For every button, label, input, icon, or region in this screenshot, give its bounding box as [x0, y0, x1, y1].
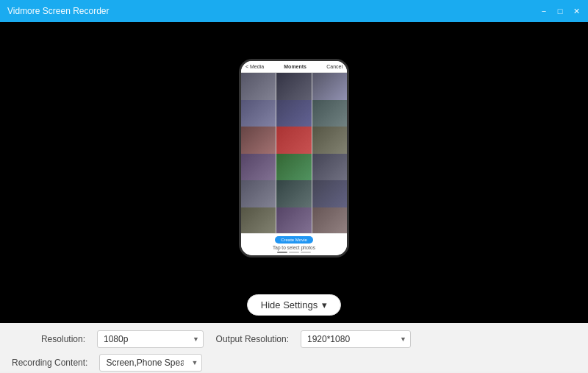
output-resolution-label: Output Resolution:: [215, 334, 289, 344]
phone-mockup: < Media Moments Cancel 1:1 1s 1s 1s 37s …: [239, 59, 349, 257]
recording-content-label: Recording Content:: [12, 358, 87, 368]
resolution-row: Resolution: 1080p 720p 1440p 4K Output R…: [12, 330, 576, 348]
hide-settings-label: Hide Settings: [261, 299, 318, 310]
titlebar: Vidmore Screen Recorder − □ ✕: [0, 0, 588, 22]
list-item[interactable]: [241, 207, 276, 234]
recording-area: < Media Moments Cancel 1:1 1s 1s 1s 37s …: [0, 22, 588, 294]
close-button[interactable]: ✕: [570, 5, 582, 17]
phone-sub-label: Tap to select photos: [273, 245, 315, 250]
minimize-button[interactable]: −: [538, 5, 550, 17]
photo-grid: 1:1 1s 1s 1s 37s gpn1s 30s: [241, 73, 347, 233]
indicator-dot: [301, 252, 311, 253]
phone-header: < Media Moments Cancel: [241, 61, 347, 73]
recording-content-row: Recording Content: Screen,Phone Speaker …: [12, 354, 576, 372]
phone-back-button[interactable]: < Media: [245, 64, 264, 69]
list-item[interactable]: [312, 207, 347, 234]
phone-cancel-button[interactable]: Cancel: [326, 64, 343, 69]
phone-moments-tab[interactable]: Moments: [284, 64, 306, 69]
phone-indicator: [245, 252, 343, 253]
resolution-select-wrapper: 1080p 720p 1440p 4K: [97, 330, 204, 348]
list-item[interactable]: [276, 207, 311, 234]
chevron-down-icon: ▾: [322, 299, 327, 310]
indicator-dot: [277, 252, 287, 253]
hide-settings-bar: Hide Settings ▾: [0, 294, 588, 323]
app-title: Vidmore Screen Recorder: [7, 6, 110, 16]
recording-content-select[interactable]: Screen,Phone Speaker Screen Only Screen,…: [99, 354, 202, 372]
resolution-label: Resolution:: [12, 334, 85, 344]
hide-settings-button[interactable]: Hide Settings ▾: [247, 294, 341, 316]
window-controls: − □ ✕: [538, 5, 582, 17]
phone-footer: Create Movie Tap to select photos: [241, 233, 347, 255]
indicator-dot: [289, 252, 299, 253]
settings-panel: Resolution: 1080p 720p 1440p 4K Output R…: [0, 323, 588, 372]
output-resolution-select[interactable]: 1920*1080 1280*720 2560*1440: [301, 330, 411, 348]
create-movie-button[interactable]: Create Movie: [275, 236, 313, 244]
maximize-button[interactable]: □: [554, 5, 566, 17]
output-resolution-select-wrapper: 1920*1080 1280*720 2560*1440: [301, 330, 411, 348]
recording-content-select-wrapper: Screen,Phone Speaker Screen Only Screen,…: [99, 354, 202, 372]
resolution-select[interactable]: 1080p 720p 1440p 4K: [97, 330, 204, 348]
